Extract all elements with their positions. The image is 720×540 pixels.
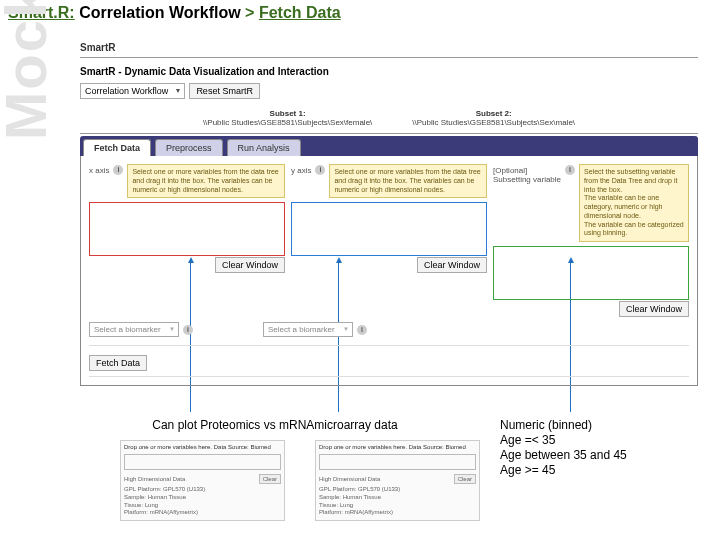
x-axis-label: x axis bbox=[89, 164, 109, 175]
crop-panel: Drop one or more variables here. Data So… bbox=[120, 440, 285, 521]
app-logo: SmartR bbox=[80, 40, 698, 55]
breadcrumb-current: Fetch Data bbox=[259, 4, 341, 21]
biomarker-select-y[interactable]: Select a biomarker bbox=[263, 322, 353, 337]
breadcrumb: Smart.R: Correlation Workflow > Fetch Da… bbox=[0, 0, 720, 26]
subset-dropzone[interactable] bbox=[493, 246, 689, 300]
divider bbox=[89, 345, 689, 346]
annotation-left: Can plot Proteomics vs mRNAmicroarray da… bbox=[130, 418, 420, 433]
subset-summary: Subset 1: \\Public Studies\GSE8581\Subje… bbox=[80, 107, 698, 131]
biomarker-row: Select a biomarker i Select a biomarker … bbox=[89, 322, 689, 337]
subset1-path: \\Public Studies\GSE8581\Subjects\Sex\fe… bbox=[203, 118, 372, 127]
breadcrumb-root: Correlation Workflow bbox=[79, 4, 241, 21]
subset-column: [Optional] Subsetting variable i Select … bbox=[493, 164, 689, 314]
biomarker-select-x[interactable]: Select a biomarker bbox=[89, 322, 179, 337]
subset-tooltip: Select the subsetting variable from the … bbox=[579, 164, 689, 242]
annotation-right: Numeric (binned) Age =< 35 Age between 3… bbox=[500, 418, 627, 478]
x-axis-column: x axis i Select one or more variables fr… bbox=[89, 164, 285, 270]
dropzone-row: x axis i Select one or more variables fr… bbox=[89, 164, 689, 314]
subset1-label: Subset 1: bbox=[203, 109, 372, 118]
subset-label: [Optional] Subsetting variable bbox=[493, 164, 561, 184]
fetch-data-button[interactable]: Fetch Data bbox=[89, 355, 147, 371]
reset-button[interactable]: Reset SmartR bbox=[189, 83, 260, 99]
info-icon[interactable]: i bbox=[315, 165, 325, 175]
divider bbox=[80, 57, 698, 58]
y-axis-dropzone[interactable] bbox=[291, 202, 487, 256]
app-subtitle: SmartR - Dynamic Data Visualization and … bbox=[80, 60, 698, 81]
crop-clear-button[interactable]: Clear bbox=[454, 474, 476, 484]
tab-preprocess[interactable]: Preprocess bbox=[155, 139, 223, 156]
crop-panel: Drop one or more variables here. Data So… bbox=[315, 440, 480, 521]
clear-x-button[interactable]: Clear Window bbox=[215, 257, 285, 273]
subset2-label: Subset 2: bbox=[412, 109, 575, 118]
tab-bar: Fetch Data Preprocess Run Analysis bbox=[80, 136, 698, 156]
clear-subset-button[interactable]: Clear Window bbox=[619, 301, 689, 317]
divider bbox=[80, 133, 698, 134]
info-icon[interactable]: i bbox=[113, 165, 123, 175]
crop-dropzone[interactable] bbox=[124, 454, 281, 470]
subset2-path: \\Public Studies\GSE8581\Subjects\Sex\ma… bbox=[412, 118, 575, 127]
y-axis-tooltip: Select one or more variables from the da… bbox=[329, 164, 487, 198]
divider bbox=[89, 376, 689, 377]
fetch-panel: x axis i Select one or more variables fr… bbox=[80, 156, 698, 386]
crop-clear-button[interactable]: Clear bbox=[259, 474, 281, 484]
workflow-controls: Correlation Workflow Reset SmartR bbox=[80, 81, 698, 107]
info-icon[interactable]: i bbox=[357, 325, 367, 335]
mockup-watermark: Mockup bbox=[0, 0, 59, 140]
tab-fetch-data[interactable]: Fetch Data bbox=[83, 139, 151, 156]
info-icon[interactable]: i bbox=[183, 325, 193, 335]
tab-run-analysis[interactable]: Run Analysis bbox=[227, 139, 301, 156]
clear-y-button[interactable]: Clear Window bbox=[417, 257, 487, 273]
y-axis-column: y axis i Select one or more variables fr… bbox=[291, 164, 487, 270]
x-axis-dropzone[interactable] bbox=[89, 202, 285, 256]
example-crops: Drop one or more variables here. Data So… bbox=[120, 440, 480, 521]
info-icon[interactable]: i bbox=[565, 165, 575, 175]
x-axis-tooltip: Select one or more variables from the da… bbox=[127, 164, 285, 198]
y-axis-label: y axis bbox=[291, 164, 311, 175]
app-frame: SmartR SmartR - Dynamic Data Visualizati… bbox=[80, 40, 698, 386]
crop-dropzone[interactable] bbox=[319, 454, 476, 470]
workflow-select[interactable]: Correlation Workflow bbox=[80, 83, 185, 99]
breadcrumb-sep: > bbox=[245, 4, 254, 21]
